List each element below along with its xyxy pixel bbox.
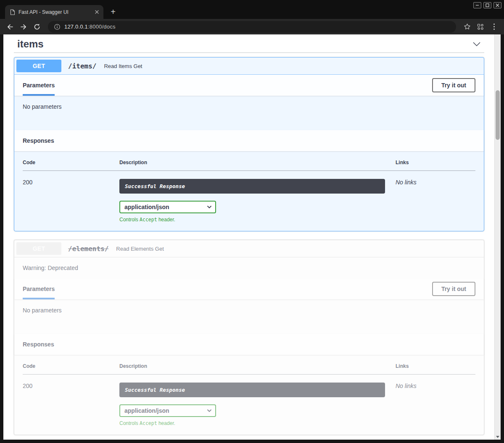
window-controls: [473, 2, 501, 8]
operation-description: Read Elements Get: [116, 246, 164, 252]
response-row: 200 Successful Response application/json…: [23, 375, 475, 427]
try-it-out-button[interactable]: Try it out: [432, 282, 475, 296]
site-info-icon[interactable]: [54, 24, 61, 30]
parameters-header: Parameters Try it out: [14, 278, 484, 299]
tab-parameters[interactable]: Parameters: [23, 75, 55, 96]
tab-title: Fast API - Swagger UI: [18, 9, 90, 15]
column-header-links: Links: [396, 160, 475, 171]
tag-section-header[interactable]: items: [14, 34, 484, 53]
column-header-description: Description: [119, 160, 396, 171]
responses-header: Responses: [14, 130, 484, 151]
forward-button[interactable]: [18, 21, 29, 33]
opblock-get-items: GET /items/ Read Items Get Parameters Tr…: [14, 57, 484, 231]
refresh-icon: [33, 23, 41, 31]
address-bar[interactable]: 127.0.0.1:8000/docs: [48, 21, 456, 33]
star-icon: [464, 23, 471, 30]
media-type-select[interactable]: application/json: [119, 201, 216, 213]
media-type-select[interactable]: application/json: [119, 404, 216, 417]
accept-header-note: Controls Accept header.: [119, 217, 216, 223]
new-tab-button[interactable]: +: [107, 5, 119, 18]
http-method-badge: GET: [16, 242, 61, 255]
section-collapse-button[interactable]: [472, 39, 482, 49]
tabstrip: Fast API - Swagger UI +: [5, 5, 119, 19]
refresh-button[interactable]: [31, 21, 43, 33]
column-header-code: Code: [23, 363, 119, 375]
operation-path: /items/: [68, 62, 96, 70]
opblock-get-elements-deprecated: GET /elements/ Read Elements Get Warning…: [14, 240, 484, 435]
column-header-links: Links: [396, 363, 475, 375]
forward-icon: [20, 23, 27, 31]
back-button[interactable]: [4, 21, 16, 33]
browser-menu-button[interactable]: [488, 21, 500, 33]
tab-close-icon[interactable]: [93, 9, 100, 16]
maximize-button[interactable]: [483, 2, 491, 8]
tab-groups-button[interactable]: [475, 21, 486, 33]
page-scrollbar[interactable]: [494, 34, 501, 440]
close-button[interactable]: [493, 2, 501, 8]
operation-path: /elements/: [68, 245, 108, 253]
operation-summary[interactable]: GET /elements/ Read Elements Get: [14, 240, 484, 257]
responses-body: Code Description Links 200 Successful Re…: [14, 151, 484, 231]
url-text: 127.0.0.1:8000/docs: [64, 24, 116, 30]
arrow-down-icon: [496, 436, 499, 438]
browser-tab[interactable]: Fast API - Swagger UI: [5, 5, 103, 19]
titlebar: Fast API - Swagger UI +: [0, 0, 504, 19]
bookmark-button[interactable]: [461, 21, 473, 33]
response-description: Successful Response: [119, 179, 385, 194]
parameters-header: Parameters Try it out: [14, 75, 484, 96]
document-icon: [10, 9, 15, 15]
no-parameters-text: No parameters: [14, 299, 484, 334]
response-code: 200: [23, 171, 119, 223]
response-code: 200: [23, 375, 119, 427]
back-icon: [6, 23, 14, 31]
no-parameters-text: No parameters: [14, 96, 484, 130]
tab-groups-icon: [477, 24, 484, 30]
response-row: 200 Successful Response application/json…: [23, 171, 475, 223]
operation-summary[interactable]: GET /items/ Read Items Get: [14, 58, 484, 75]
try-it-out-button[interactable]: Try it out: [432, 78, 475, 92]
tab-parameters[interactable]: Parameters: [23, 278, 55, 299]
responses-header: Responses: [14, 334, 484, 355]
responses-title: Responses: [23, 137, 54, 144]
swagger-page: items GET /items/ Read Items Get Paramet…: [3, 34, 494, 440]
scrollbar-down-button[interactable]: [495, 434, 501, 440]
responses-title: Responses: [23, 341, 54, 348]
navbar: 127.0.0.1:8000/docs: [0, 19, 504, 34]
chevron-down-icon: [472, 39, 482, 49]
column-header-code: Code: [23, 160, 119, 171]
section-title: items: [17, 38, 44, 50]
media-type-control: application/json Controls Accept header.: [119, 201, 216, 223]
response-links: No links: [396, 171, 475, 223]
operation-description: Read Items Get: [104, 63, 142, 69]
kebab-menu-icon: [492, 24, 496, 30]
response-description: Successful Response: [119, 383, 385, 397]
chevron-down-icon: [207, 205, 212, 209]
accept-header-note: Controls Accept header.: [119, 420, 216, 426]
minimize-button[interactable]: [473, 2, 481, 8]
media-type-control: application/json Controls Accept header.: [119, 404, 216, 426]
scrollbar-thumb[interactable]: [496, 90, 500, 140]
http-method-badge: GET: [16, 60, 61, 72]
responses-body: Code Description Links 200 Successful Re…: [14, 355, 484, 435]
response-links: No links: [396, 375, 475, 427]
column-header-description: Description: [119, 363, 396, 375]
deprecated-warning: Warning: Deprecated: [14, 257, 484, 278]
chevron-down-icon: [207, 409, 212, 412]
page-viewport: items GET /items/ Read Items Get Paramet…: [3, 34, 501, 440]
browser-window: Fast API - Swagger UI +: [0, 0, 504, 443]
